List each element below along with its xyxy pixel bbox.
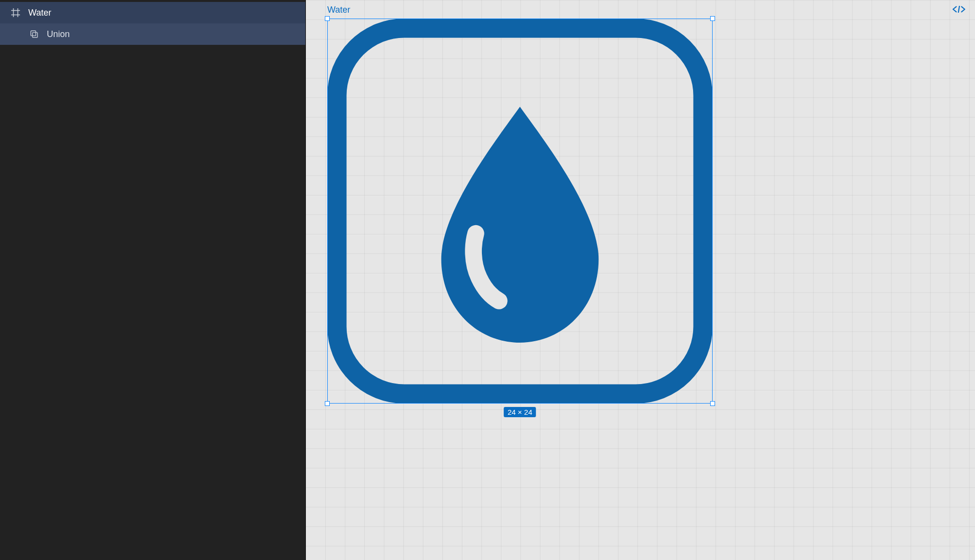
- svg-line-6: [958, 6, 959, 13]
- layer-row-union[interactable]: Union: [0, 23, 305, 45]
- canvas[interactable]: Water 24 × 24: [306, 0, 975, 560]
- resize-handle-top-right[interactable]: [710, 16, 715, 21]
- svg-rect-4: [31, 31, 36, 36]
- resize-handle-top-left[interactable]: [325, 16, 330, 21]
- frame-icon: [11, 8, 20, 18]
- code-toggle-button[interactable]: [953, 5, 965, 15]
- svg-rect-5: [33, 33, 38, 38]
- dimension-badge: 24 × 24: [504, 407, 536, 417]
- layer-label: Water: [28, 8, 51, 18]
- layers-panel: Water Union: [0, 0, 306, 560]
- selection-bounds: 24 × 24: [327, 19, 713, 404]
- layer-label: Union: [47, 29, 70, 39]
- resize-handle-bottom-right[interactable]: [710, 401, 715, 406]
- resize-handle-bottom-left[interactable]: [325, 401, 330, 406]
- union-icon: [29, 29, 39, 39]
- water-icon[interactable]: [327, 19, 713, 404]
- layers-empty-area[interactable]: [0, 45, 305, 560]
- frame-title-label[interactable]: Water: [327, 5, 350, 15]
- layer-row-frame-water[interactable]: Water: [0, 2, 305, 23]
